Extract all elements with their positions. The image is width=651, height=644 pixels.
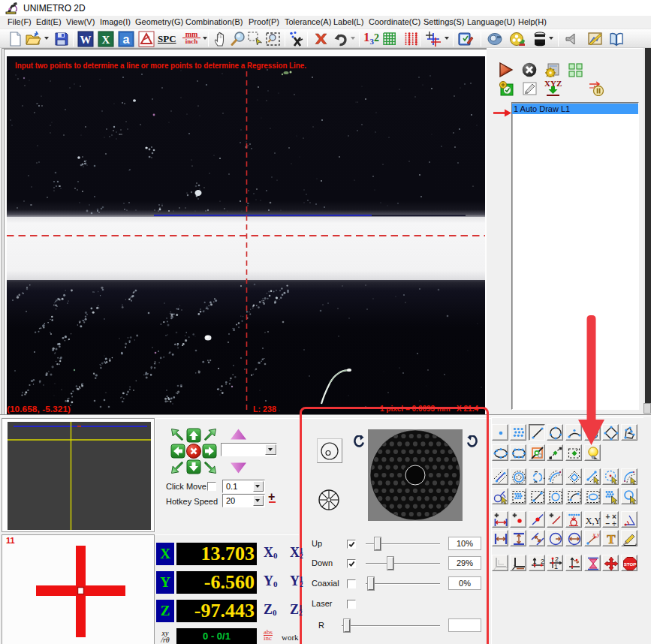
svg-text:1: 1 xyxy=(532,558,536,565)
svg-text:X: X xyxy=(102,34,110,46)
svg-text:−: − xyxy=(606,519,610,528)
svg-text:T: T xyxy=(607,532,616,546)
svg-text:STOP: STOP xyxy=(623,561,636,567)
svg-text:Input two points to determine: Input two points to determine a line or … xyxy=(15,62,306,70)
svg-text:1: 1 xyxy=(554,563,558,570)
svg-text:L: 238: L: 238 xyxy=(253,405,276,414)
svg-text:2: 2 xyxy=(541,558,544,565)
svg-text:a: a xyxy=(123,33,130,46)
svg-text:2: 2 xyxy=(555,556,559,563)
svg-text:(10.658, -5.321): (10.658, -5.321) xyxy=(7,405,71,414)
svg-text:÷: ÷ xyxy=(612,519,616,528)
svg-text:x,y: x,y xyxy=(592,531,600,538)
svg-text:W: W xyxy=(80,34,92,46)
svg-text:X,Y: X,Y xyxy=(586,516,601,526)
